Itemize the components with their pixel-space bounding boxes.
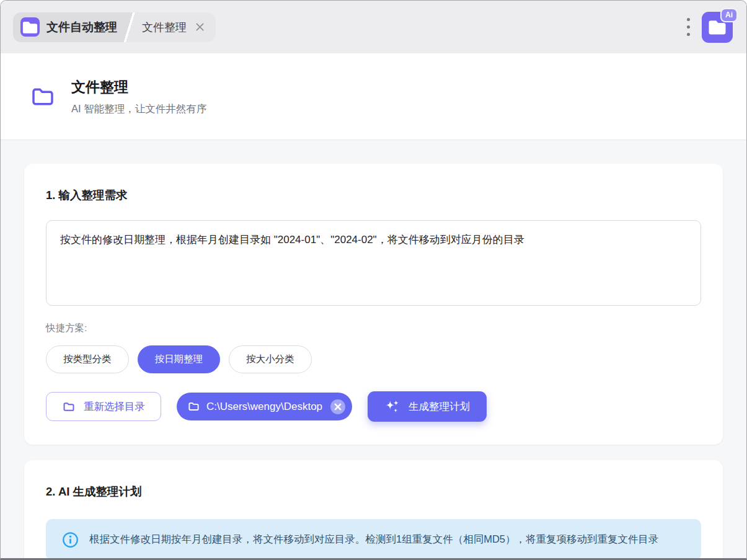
plan-summary-text: 根据文件修改日期按年月创建目录，将文件移动到对应目录。检测到1组重复文件（相同M… (89, 530, 659, 548)
titlebar-right: Ai (684, 12, 733, 43)
tab-divider (123, 12, 136, 42)
tab-page[interactable]: 文件整理 (136, 12, 216, 42)
tab-app[interactable]: 文件自动整理 (13, 12, 123, 42)
folder-app-icon (20, 17, 40, 37)
pill-by-type[interactable]: 按类型分类 (46, 345, 129, 373)
app-window: 文件自动整理 文件整理 Ai (0, 0, 747, 560)
plan-summary-infobox: 根据文件修改日期按年月创建目录，将文件移动到对应目录。检测到1组重复文件（相同M… (46, 519, 701, 558)
selected-path-text: C:\Users\wengy\Desktop (206, 401, 322, 413)
sparkles-icon (384, 399, 400, 415)
tab-page-label: 文件整理 (142, 20, 187, 35)
more-menu-icon[interactable] (684, 14, 692, 40)
generate-plan-button[interactable]: 生成整理计划 (368, 391, 487, 422)
tab-app-label: 文件自动整理 (46, 19, 117, 35)
folder-outline-icon (29, 84, 56, 109)
titlebar: 文件自动整理 文件整理 Ai (1, 1, 746, 53)
card-input-requirement: 1. 输入整理需求 按文件的修改日期整理，根据年月创建目录如 "2024-01"… (24, 164, 723, 445)
tab-close-icon[interactable] (194, 21, 206, 33)
info-icon (62, 531, 79, 548)
app-logo-icon: Ai (702, 12, 733, 43)
action-row: 重新选择目录 C:\Users\wengy\Desktop (46, 391, 701, 422)
section2-title: 2. AI 生成整理计划 (46, 484, 701, 499)
page-subtitle: AI 智能整理，让文件井然有序 (71, 102, 206, 116)
folder-icon (187, 401, 200, 412)
main-content: 1. 输入整理需求 按文件的修改日期整理，根据年月创建目录如 "2024-01"… (1, 140, 746, 558)
page-header: 文件整理 AI 智能整理，让文件井然有序 (1, 53, 746, 140)
ai-badge: Ai (720, 8, 738, 22)
requirement-textarea[interactable]: 按文件的修改日期整理，根据年月创建目录如 "2024-01"、"2024-02"… (46, 220, 701, 306)
generate-plan-label: 生成整理计划 (409, 400, 470, 414)
quick-plans-label: 快捷方案: (46, 322, 701, 335)
card-ai-plan: 2. AI 生成整理计划 根据文件修改日期按年月创建目录，将文件移动到对应目录。… (24, 460, 723, 558)
pill-by-size[interactable]: 按大小分类 (229, 345, 312, 373)
reselect-directory-button[interactable]: 重新选择目录 (46, 392, 161, 421)
clear-path-icon[interactable] (330, 399, 346, 415)
page-title: 文件整理 (71, 78, 206, 97)
section1-title: 1. 输入整理需求 (46, 187, 701, 203)
folder-icon (62, 401, 76, 413)
pill-by-date[interactable]: 按日期整理 (138, 345, 221, 373)
reselect-directory-label: 重新选择目录 (84, 400, 145, 414)
selected-path-chip[interactable]: C:\Users\wengy\Desktop (177, 393, 352, 420)
quick-plan-pills: 按类型分类 按日期整理 按大小分类 (46, 345, 701, 373)
tab-group: 文件自动整理 文件整理 (13, 12, 216, 42)
